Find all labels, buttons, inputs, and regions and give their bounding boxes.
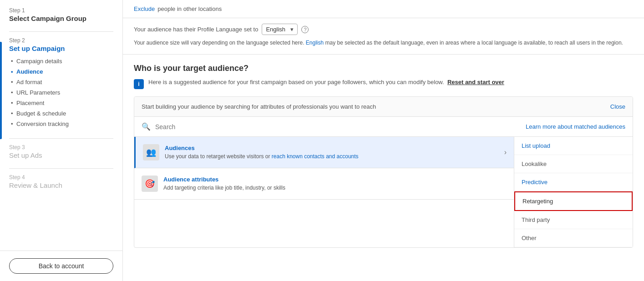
attributes-desc: Add targeting criteria like job title, i… [163, 184, 507, 192]
language-section: Your audience has their Profile Language… [123, 18, 644, 55]
step-2-block: Step 2 Set up Campaign Campaign details … [9, 37, 113, 129]
attributes-icon: 🎯 [142, 176, 158, 192]
suggested-text-content: Here is a suggested audience for your fi… [148, 79, 444, 85]
learn-more-link[interactable]: Learn more about matched audiences [526, 123, 625, 130]
step-1-block: Step 1 Select Campaign Group [9, 7, 113, 22]
language-note: Your audience size will vary depending o… [134, 39, 633, 47]
suggested-text: Here is a suggested audience for your fi… [148, 79, 504, 85]
other-item[interactable]: Other [514, 229, 633, 247]
step-3-label: Step 3 [9, 144, 113, 151]
target-title: Who is your target audience? [134, 64, 633, 73]
list-upload-item[interactable]: List upload [514, 137, 633, 155]
retargeting-item[interactable]: Retargeting [514, 191, 633, 211]
audiences-icon: 👥 [143, 144, 159, 161]
audiences-chevron-icon: › [504, 148, 507, 156]
language-select-wrapper[interactable]: English French Spanish German Chinese ▾ [262, 24, 298, 35]
target-section: Who is your target audience? i Here is a… [123, 55, 644, 248]
search-input[interactable] [155, 123, 521, 130]
dropdown-arrow-icon: ▾ [290, 26, 294, 33]
step-3-block: Step 3 Set up Ads [9, 144, 113, 159]
step-1-title: Select Campaign Group [9, 15, 113, 22]
location-text: people in other locations [157, 5, 222, 12]
step-3-title: Set up Ads [9, 151, 113, 159]
search-row: 🔍 Learn more about matched audiences [134, 117, 633, 137]
audience-attributes-item[interactable]: 🎯 Audience attributes Add targeting crit… [134, 168, 514, 200]
audience-right-panel: List upload Lookalike Predictive Retarge… [514, 137, 633, 247]
step-2-nav: Campaign details Audience Ad format URL … [9, 56, 113, 129]
language-prefix: Your audience has their Profile Language… [134, 26, 258, 33]
step-4-title: Review & Launch [9, 181, 113, 189]
step-progress-indicator [0, 42, 2, 139]
nav-placement[interactable]: Placement [9, 98, 113, 108]
builder-header: Start building your audience by searchin… [134, 97, 633, 117]
language-select[interactable]: English French Spanish German Chinese [266, 26, 288, 33]
predictive-item[interactable]: Predictive [514, 173, 633, 191]
attributes-item-text: Audience attributes Add targeting criter… [163, 176, 507, 192]
step-4-block: Step 4 Review & Launch [9, 174, 113, 189]
step-2-label: Step 2 [9, 37, 113, 44]
nav-budget-schedule[interactable]: Budget & schedule [9, 108, 113, 119]
nav-url-parameters[interactable]: URL Parameters [9, 87, 113, 98]
exclude-link[interactable]: Exclude [134, 5, 155, 12]
step-2-title: Set up Campaign [9, 45, 113, 52]
suggested-box: i Here is a suggested audience for your … [134, 79, 633, 89]
info-icon: i [134, 79, 144, 89]
help-icon[interactable]: ? [301, 26, 309, 33]
nav-ad-format[interactable]: Ad format [9, 77, 113, 87]
nav-audience[interactable]: Audience [9, 66, 113, 77]
back-to-account-button[interactable]: Back to account [9, 258, 113, 274]
location-bar: Exclude people in other locations [123, 0, 644, 18]
audiences-item-text: Audiences Use your data to retarget webs… [165, 145, 499, 161]
attributes-title: Audience attributes [163, 176, 507, 183]
audience-builder: Start building your audience by searchin… [134, 96, 633, 248]
audiences-title: Audiences [165, 145, 499, 151]
main-content: Exclude people in other locations Your a… [123, 0, 644, 281]
nav-conversion-tracking[interactable]: Conversion tracking [9, 119, 113, 129]
lookalike-item[interactable]: Lookalike [514, 155, 633, 173]
audiences-desc: Use your data to retarget website visito… [165, 153, 499, 161]
builder-header-text: Start building your audience by searchin… [142, 103, 376, 110]
close-button[interactable]: Close [610, 103, 625, 110]
search-icon: 🔍 [142, 122, 151, 131]
audience-grid: 👥 Audiences Use your data to retarget we… [134, 137, 633, 247]
audiences-item[interactable]: 👥 Audiences Use your data to retarget we… [134, 137, 514, 168]
step-1-label: Step 1 [9, 7, 113, 14]
step-4-label: Step 4 [9, 174, 113, 181]
nav-campaign-details[interactable]: Campaign details [9, 56, 113, 66]
reset-link[interactable]: Reset and start over [447, 79, 504, 85]
third-party-item[interactable]: Third party [514, 211, 633, 229]
audience-left-panel: 👥 Audiences Use your data to retarget we… [134, 137, 514, 247]
